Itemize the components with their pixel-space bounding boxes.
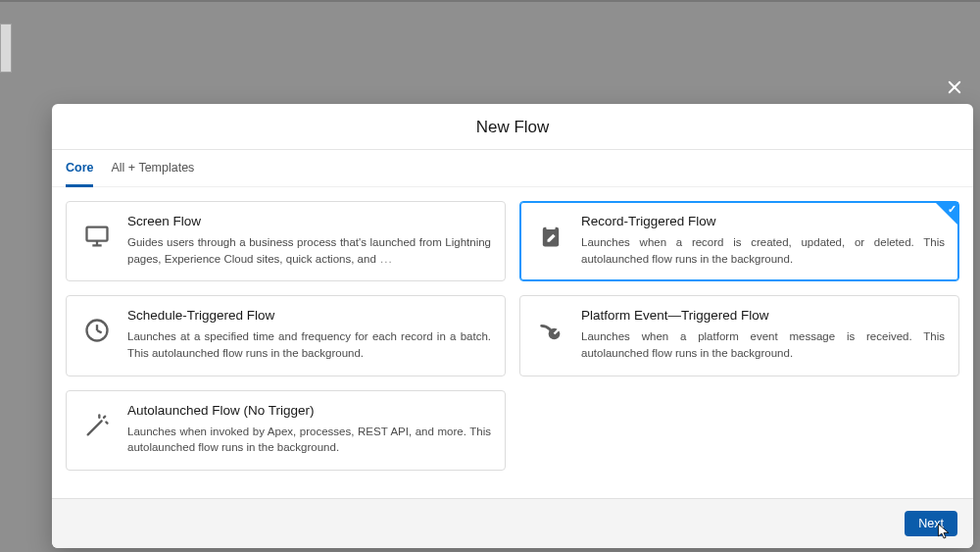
monitor-icon <box>80 220 114 253</box>
svg-line-11 <box>88 421 102 434</box>
next-button-label: Next <box>918 517 944 530</box>
close-icon <box>946 78 963 96</box>
broadcast-icon <box>534 314 567 347</box>
truncate-indicator: ... <box>376 253 393 265</box>
svg-line-12 <box>104 416 105 417</box>
close-button[interactable] <box>944 76 965 98</box>
svg-rect-6 <box>546 225 555 229</box>
clipboard-edit-icon <box>534 220 567 253</box>
card-desc: Launches when a platform event message i… <box>581 328 945 361</box>
card-desc: Launches at a specified time and frequen… <box>127 328 491 361</box>
card-platform-event-triggered-flow[interactable]: Platform Event—Triggered Flow Launches w… <box>519 295 959 376</box>
card-record-triggered-flow[interactable]: ✓ Record-Triggered Flow Launches when a … <box>519 201 959 281</box>
card-autolaunched-flow-no-trigger[interactable]: Autolaunched Flow (No Trigger) Launches … <box>66 390 506 471</box>
modal-title: New Flow <box>52 104 973 150</box>
card-body: Record-Triggered Flow Launches when a re… <box>581 214 945 267</box>
check-icon: ✓ <box>948 203 956 216</box>
card-body: Schedule-Triggered Flow Launches at a sp… <box>127 308 491 361</box>
card-title: Screen Flow <box>127 214 491 228</box>
card-body: Screen Flow Guides users through a busin… <box>127 214 491 267</box>
card-title: Autolaunched Flow (No Trigger) <box>127 403 491 418</box>
app-bg-divider <box>0 0 980 2</box>
card-schedule-triggered-flow[interactable]: Schedule-Triggered Flow Launches at a sp… <box>66 295 506 376</box>
svg-line-13 <box>106 422 107 423</box>
modal-footer: Next <box>52 498 973 548</box>
card-body: Autolaunched Flow (No Trigger) Launches … <box>127 403 491 456</box>
card-title: Schedule-Triggered Flow <box>127 308 491 323</box>
flow-type-grid: Screen Flow Guides users through a busin… <box>52 187 973 498</box>
svg-line-9 <box>97 330 102 332</box>
card-body: Platform Event—Triggered Flow Launches w… <box>581 308 945 361</box>
tab-all-templates[interactable]: All + Templates <box>111 150 194 186</box>
tabs-bar: Core All + Templates <box>52 150 973 187</box>
card-title: Platform Event—Triggered Flow <box>581 308 945 323</box>
app-bg-fragment <box>0 24 12 73</box>
card-desc: Launches when a record is created, updat… <box>581 234 945 267</box>
card-title: Record-Triggered Flow <box>581 214 945 228</box>
card-desc: Guides users through a business process … <box>127 234 491 267</box>
svg-rect-2 <box>87 227 108 241</box>
card-screen-flow[interactable]: Screen Flow Guides users through a busin… <box>66 201 506 281</box>
clock-icon <box>80 314 114 347</box>
wand-icon <box>80 409 114 442</box>
tab-core[interactable]: Core <box>66 150 93 187</box>
new-flow-modal: New Flow Core All + Templates Screen Flo… <box>52 104 973 548</box>
card-desc: Launches when invoked by Apex, processes… <box>127 424 491 456</box>
next-button[interactable]: Next <box>905 511 957 536</box>
